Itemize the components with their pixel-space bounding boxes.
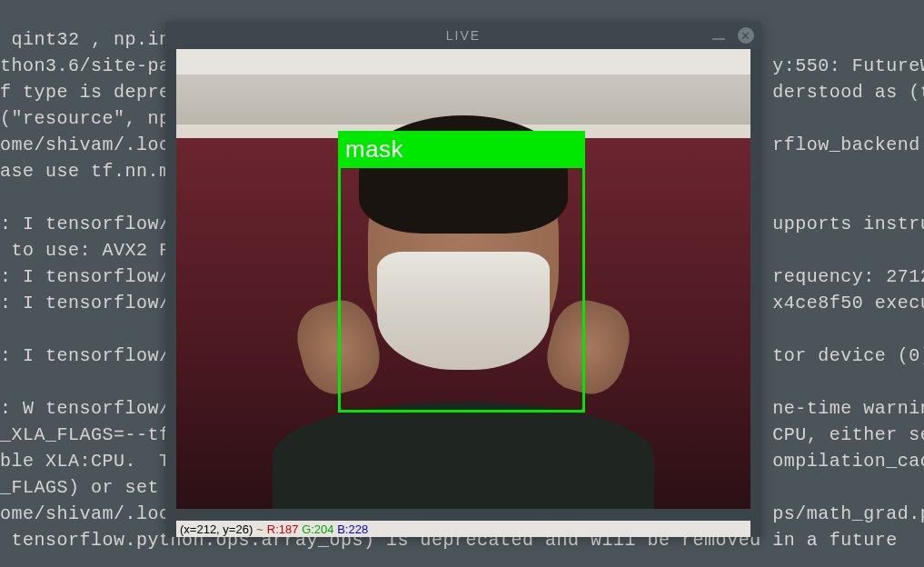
detection-label: mask [345,135,403,164]
detection-label-box: mask [338,131,585,167]
window-title: LIVE [446,28,481,43]
close-icon[interactable]: ✕ [738,27,754,44]
window-controls: ✕ [712,27,754,44]
pixel-coords: (x=212, y=26) [180,522,253,536]
detection-bbox [338,165,585,413]
status-bar: (x=212, y=26) ~ R:187 G:204 B:228 [176,521,750,537]
terminal-line: to use: AVX2 FM [0,240,182,261]
pixel-r-value: R:187 [267,522,299,536]
window-titlebar[interactable]: LIVE ✕ [165,22,761,49]
opencv-window[interactable]: LIVE ✕ mask (x=212, y=26) ~ R:187 G:204 … [165,22,761,537]
minimize-icon[interactable] [712,38,725,40]
separator: ~ [256,522,263,536]
terminal-line: ase use tf.nn.ma [0,161,182,182]
pixel-g-value: G:204 [302,522,333,536]
scene-shirt [273,402,654,509]
terminal-line: _FLAGS) or set t [0,477,182,498]
toolbar-spacer [176,49,750,75]
video-feed: mask [176,75,750,509]
pixel-b-value: B:228 [337,522,368,536]
terminal-line: ("resource", np. [0,108,182,129]
